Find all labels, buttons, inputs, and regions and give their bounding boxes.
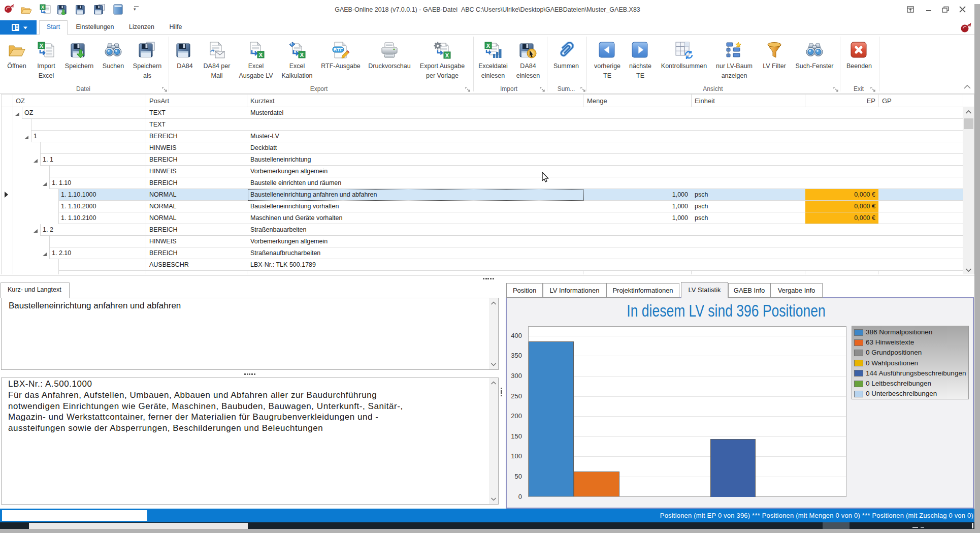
svg-text:X: X [40,43,44,49]
svg-text:X: X [300,52,304,58]
svg-text:X: X [41,5,44,10]
svg-text:X: X [259,52,263,58]
svg-text:X: X [445,52,449,58]
svg-text:X: X [486,43,491,49]
svg-text:RTF: RTF [334,47,343,52]
